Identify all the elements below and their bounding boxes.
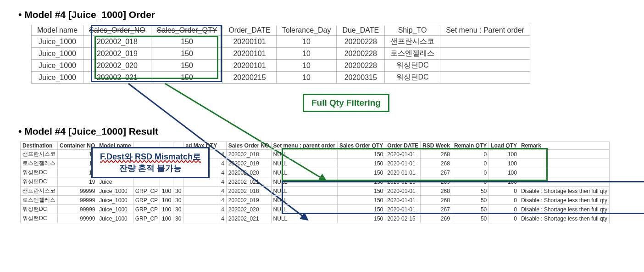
order-table: Model name Sales_Order_NO Sales_Order_QT… (31, 25, 530, 84)
table-row: 워싱턴DC19Juice4202002_021NULL1502020-02-15… (21, 177, 610, 187)
col-setmenu: Set menu : Parent order (440, 25, 530, 36)
full-qty-label: Full Qty Filtering (303, 94, 389, 112)
r-sq: Sales Order QTY (337, 142, 385, 150)
r-rw: RSD Week (421, 142, 452, 150)
r-sm: Set menu : parent order (271, 142, 337, 150)
col-sno: Sales_Order_NO (83, 25, 151, 36)
section1-title: Model #4 [Juice_1000] Order (18, 9, 626, 20)
table-row: 워싱턴DC99999Juice_1000GRP_CP100304202002_0… (21, 214, 610, 223)
table-row: 워싱턴DC99999Juice_1000GRP_CP100304202002_0… (21, 205, 610, 214)
r-rm: Remark (519, 142, 609, 150)
table-row: Juice_1000202002_01915020200101102020022… (32, 48, 530, 60)
r-rq: Remain QTY (452, 142, 489, 150)
table-row: Juice_1000202002_02015020200101102020022… (32, 60, 530, 72)
col-model: Model name (32, 25, 83, 36)
col-odate: Order_DATE (223, 25, 276, 36)
table-row: 로스엔젤레스99999Juice_1000GRP_CP100304202002_… (21, 196, 610, 205)
r-sno: Sales Order NO (226, 142, 271, 150)
r-dest: Destination (21, 142, 58, 150)
col-sqty: Sales_Order_QTY (151, 25, 223, 36)
section2-title: Model #4 [Juice_1000] Result (18, 126, 626, 137)
col-ddate: Due_DATE (337, 25, 385, 36)
navy-mismatch-label: F.Dest와 RSD Mismatch로 잔량 혼적 불가능 (91, 147, 210, 178)
col-tol: Tolerance_Day (276, 25, 337, 36)
table-row: 샌프란시스코99999Juice_1000GRP_CP100304202002_… (21, 187, 610, 196)
r-lq: Load QTY (489, 142, 519, 150)
col-ship: Ship_TO (385, 25, 440, 36)
r-q (219, 142, 227, 150)
r-od: Order DATE (385, 142, 421, 150)
table-row: Juice_1000202002_01815020200101102020022… (32, 36, 530, 48)
table-row: Juice_1000202002_02115020200215102020031… (32, 72, 530, 84)
